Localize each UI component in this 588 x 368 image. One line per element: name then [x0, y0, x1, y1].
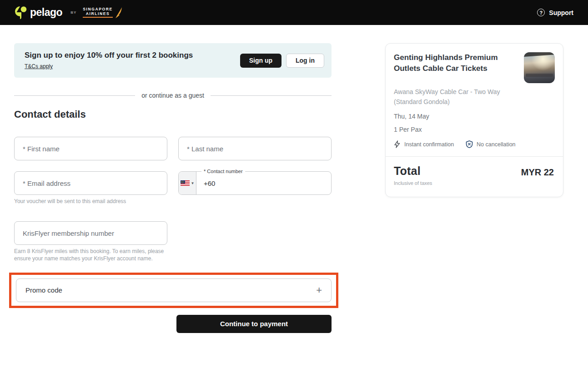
checkout-form-column: Sign up to enjoy 10% off your first 2 bo…: [14, 43, 332, 333]
help-question-icon: ?: [537, 9, 545, 16]
total-section: Total Inclusive of taxes MYR 22: [386, 157, 563, 197]
booking-badges: Instant confirmation No cancellation: [394, 140, 555, 148]
booking-date: Thu, 14 May: [394, 113, 555, 120]
order-summary-column: Genting Highlands Premium Outlets Cable …: [385, 43, 563, 333]
contact-number-input[interactable]: [196, 172, 331, 194]
tax-note: Inclusive of taxes: [394, 180, 432, 186]
contact-details-heading: Contact details: [14, 109, 332, 120]
sign-up-button[interactable]: Sign up: [240, 54, 281, 68]
pelago-logo[interactable]: pelago: [15, 6, 62, 20]
email-phone-row: Your voucher will be sent to this email …: [14, 171, 332, 205]
pelago-wordmark: pelago: [30, 6, 62, 19]
brand-logos: pelago by SINGAPORE AIRLINES: [15, 6, 123, 20]
email-helper-text: Your voucher will be sent to this email …: [14, 198, 167, 205]
email-input[interactable]: [14, 171, 167, 195]
annotation-highlight-box: Promo code +: [9, 273, 338, 308]
shield-no-icon: [466, 140, 473, 148]
pelago-logo-icon: [15, 6, 27, 20]
lightning-icon: [394, 140, 401, 148]
total-label-group: Total Inclusive of taxes: [394, 164, 432, 186]
name-fields-row: [14, 137, 332, 160]
malaysia-flag-icon: [181, 180, 190, 186]
total-price: MYR 22: [521, 167, 554, 186]
badge-label: No cancellation: [477, 141, 515, 148]
checkout-page: Sign up to enjoy 10% off your first 2 bo…: [0, 25, 588, 333]
guest-divider-text: or continue as a guest: [141, 92, 204, 99]
log-in-button[interactable]: Log in: [286, 54, 324, 68]
guest-divider: or continue as a guest: [14, 92, 332, 99]
total-label: Total: [394, 164, 432, 178]
country-code-dropdown[interactable]: ▼: [179, 172, 196, 194]
plus-expand-icon[interactable]: +: [316, 285, 322, 295]
divider-line-right: [211, 95, 332, 96]
signup-banner: Sign up to enjoy 10% off your first 2 bo…: [14, 43, 332, 78]
email-field-group: Your voucher will be sent to this email …: [14, 171, 167, 205]
divider-line-left: [14, 95, 135, 96]
support-label: Support: [549, 9, 573, 16]
promo-code-toggle[interactable]: Promo code +: [16, 278, 332, 302]
krisflyer-field-group: Earn 8 KrisFlyer miles with this booking…: [14, 221, 167, 262]
order-summary-card: Genting Highlands Premium Outlets Cable …: [385, 43, 563, 197]
product-header: Genting Highlands Premium Outlets Cable …: [394, 52, 555, 83]
continue-to-payment-button[interactable]: Continue to payment: [176, 315, 332, 333]
contact-number-field: * Contact number: [178, 171, 332, 195]
signup-banner-text: Sign up to enjoy 10% off your first 2 bo…: [25, 51, 193, 70]
promo-code-label: Promo code: [25, 286, 62, 294]
badge-label: Instant confirmation: [404, 141, 454, 148]
last-name-input[interactable]: [178, 137, 332, 160]
support-button[interactable]: ? Support: [537, 9, 573, 16]
continue-button-row: Continue to payment: [14, 315, 332, 333]
no-cancellation-badge: No cancellation: [466, 140, 515, 148]
order-summary-details: Genting Highlands Premium Outlets Cable …: [386, 44, 563, 156]
krisflyer-field: [14, 221, 167, 245]
phone-field-group: * Contact number: [178, 171, 332, 205]
by-label: by: [70, 10, 76, 15]
tcs-apply-link[interactable]: T&Cs apply: [25, 63, 53, 70]
product-variant: Awana SkyWay Cable Car - Two Way (Standa…: [394, 87, 521, 107]
instant-confirmation-badge: Instant confirmation: [394, 140, 454, 148]
product-thumbnail-image: [524, 52, 555, 83]
krisflyer-helper-text: Earn 8 KrisFlyer miles with this booking…: [14, 248, 171, 262]
signup-banner-title: Sign up to enjoy 10% off your first 2 bo…: [25, 51, 193, 60]
singapore-airlines-wordmark: SINGAPORE AIRLINES: [83, 7, 112, 18]
singapore-airlines-logo: SINGAPORE AIRLINES: [83, 7, 122, 19]
last-name-field: [178, 137, 332, 160]
chevron-down-icon: ▼: [191, 181, 195, 185]
pax-count: 1 Per Pax: [394, 126, 555, 133]
signup-banner-actions: Sign up Log in: [240, 54, 324, 68]
sia-bird-icon: [115, 7, 123, 19]
krisflyer-row: Earn 8 KrisFlyer miles with this booking…: [14, 221, 332, 262]
first-name-input[interactable]: [14, 137, 167, 160]
product-title: Genting Highlands Premium Outlets Cable …: [394, 52, 518, 83]
top-header: pelago by SINGAPORE AIRLINES ? Support: [0, 0, 588, 25]
contact-number-label: * Contact number: [201, 169, 245, 174]
krisflyer-input[interactable]: [14, 221, 167, 245]
first-name-field: [14, 137, 167, 160]
email-field: [14, 171, 167, 195]
